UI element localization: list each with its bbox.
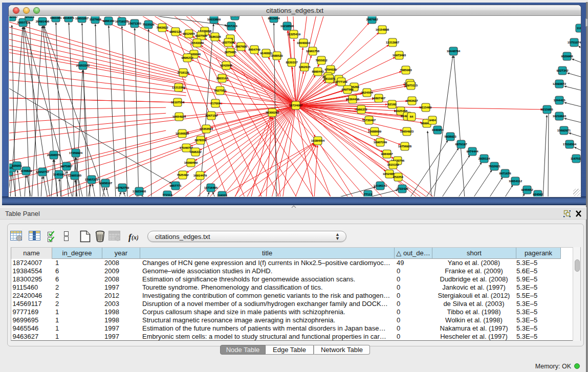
svg-text:14196141: 14196141 [374,184,387,187]
svg-text:9329966: 9329966 [561,54,573,58]
svg-text:794113: 794113 [24,16,34,18]
svg-text:20691406: 20691406 [36,19,50,23]
svg-text:1156829: 1156829 [20,169,32,172]
svg-text:1145194: 1145194 [53,172,65,176]
svg-text:6879197: 6879197 [455,142,467,146]
svg-text:12942737: 12942737 [36,170,50,173]
svg-text:1003381: 1003381 [50,16,62,19]
svg-text:12213967: 12213967 [386,40,400,44]
svg-text:17359924: 17359924 [69,151,83,155]
svg-text:7357224: 7357224 [225,24,237,28]
svg-text:10653267: 10653267 [75,16,89,20]
svg-text:10807467: 10807467 [372,96,386,100]
svg-text:18640910: 18640910 [297,41,311,45]
svg-text:9857771: 9857771 [169,184,182,187]
svg-text:6794028: 6794028 [324,68,337,71]
svg-text:8471676: 8471676 [499,171,511,175]
svg-text:19654925: 19654925 [172,115,186,118]
svg-text:1112: 1112 [577,26,581,30]
svg-text:3675685: 3675685 [224,50,236,54]
svg-text:8454749: 8454749 [248,48,260,51]
svg-text:64: 64 [410,115,413,118]
svg-text:1733426: 1733426 [396,187,408,190]
svg-text:15692971: 15692971 [557,128,571,132]
svg-text:10671355: 10671355 [128,21,142,25]
svg-text:16154808: 16154808 [376,28,389,31]
svg-text:18907249: 18907249 [374,140,387,144]
svg-text:1615152: 1615152 [387,163,399,166]
svg-text:9115460: 9115460 [420,105,432,109]
svg-text:15751074: 15751074 [568,40,581,44]
svg-text:1244415: 1244415 [553,98,565,102]
svg-text:1340557: 1340557 [9,16,18,18]
svg-text:11325419: 11325419 [287,32,301,36]
svg-text:6966160: 6966160 [102,19,115,23]
svg-text:2867608: 2867608 [235,45,247,48]
svg-text:5938923: 5938923 [444,135,456,138]
svg-text:9245652: 9245652 [521,188,533,191]
svg-text:15720407: 15720407 [362,118,376,122]
svg-text:20206576: 20206576 [47,153,61,157]
svg-text:16543382: 16543382 [190,41,204,45]
svg-text:17016504: 17016504 [563,142,577,146]
svg-text:1167533: 1167533 [571,157,581,160]
svg-text:1362615: 1362615 [298,65,311,69]
svg-text:16099489: 16099489 [184,161,198,164]
svg-text:8186328: 8186328 [209,35,221,38]
svg-text:881305: 881305 [230,16,240,17]
svg-text:12923468: 12923468 [133,189,146,193]
svg-text:8912954: 8912954 [183,32,195,35]
svg-text:16914479: 16914479 [193,173,207,177]
svg-text:19166825: 19166825 [176,132,189,135]
svg-text:10973493: 10973493 [393,53,406,57]
svg-text:9327508: 9327508 [222,40,234,44]
svg-text:12975115: 12975115 [404,83,418,87]
svg-text:12353594: 12353594 [200,127,213,130]
svg-text:2718126: 2718126 [177,71,189,74]
svg-text:19384554: 19384554 [311,139,325,142]
svg-text:17957225: 17957225 [85,178,99,181]
svg-text:1640954: 1640954 [431,128,444,132]
svg-text:18724007: 18724007 [289,103,303,107]
svg-text:9463627: 9463627 [406,99,418,102]
svg-text:77113: 77113 [364,192,373,196]
svg-text:10719155: 10719155 [115,19,129,23]
svg-text:217004: 217004 [210,101,221,105]
svg-text:9464: 9464 [429,118,436,122]
svg-text:6497568: 6497568 [341,87,354,91]
svg-text:25053340: 25053340 [76,63,90,67]
svg-text:9242848: 9242848 [220,63,232,67]
svg-text:935051: 935051 [12,164,22,167]
svg-text:1588520: 1588520 [271,54,283,57]
svg-text:9327500: 9327500 [195,34,207,37]
svg-text:7515526: 7515526 [142,23,155,26]
svg-text:10688609: 10688609 [368,129,382,133]
svg-text:12213369: 12213369 [172,85,186,89]
svg-text:2935114: 2935114 [478,157,490,160]
svg-text:16782759: 16782759 [116,186,129,189]
svg-text:10961758: 10961758 [306,49,320,53]
svg-text:1527602: 1527602 [89,17,101,21]
svg-text:8990443: 8990443 [312,70,324,73]
svg-text:10654112: 10654112 [509,179,522,183]
svg-text:7986372: 7986372 [355,107,367,111]
svg-text:16210643: 16210643 [553,114,567,118]
svg-text:(x): (x) [132,234,138,241]
svg-text:8813054: 8813054 [268,16,280,20]
svg-text:9777169: 9777169 [335,80,347,83]
svg-text:10033809: 10033809 [207,17,221,21]
svg-text:9227342: 9227342 [556,69,569,72]
svg-text:19756928: 19756928 [398,144,412,148]
svg-text:8215955: 8215955 [541,107,553,111]
svg-text:16648784: 16648784 [447,49,461,53]
svg-text:9975867: 9975867 [60,164,73,168]
svg-text:924562: 924562 [533,192,543,196]
svg-text:19218506: 19218506 [280,24,294,28]
svg-text:8220317: 8220317 [286,60,298,64]
svg-text:2803144: 2803144 [216,76,228,80]
svg-text:9960124: 9960124 [169,30,182,33]
svg-text:7663822: 7663822 [156,26,168,29]
svg-text:252254: 252254 [393,175,403,179]
svg-text:7632621: 7632621 [488,164,500,168]
svg-text:20364436: 20364436 [346,97,360,101]
